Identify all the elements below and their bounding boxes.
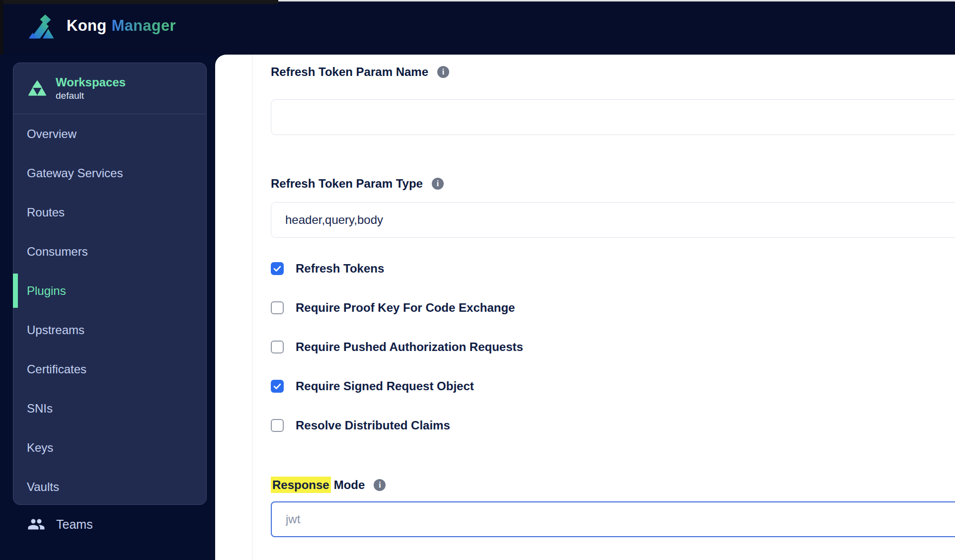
checkbox-label: Require Proof Key For Code Exchange: [296, 301, 515, 315]
brand-title: KongManager: [67, 17, 176, 35]
checkbox-row-refresh-tokens[interactable]: Refresh Tokens: [271, 262, 955, 275]
require-pushed-auth-checkbox[interactable]: [271, 341, 284, 353]
sidebar-item-gateway-services[interactable]: Gateway Services: [13, 153, 206, 193]
info-icon[interactable]: i: [374, 479, 386, 491]
field-label-response-mode: ResponseMode i: [271, 478, 955, 492]
brand-link[interactable]: KongManager: [28, 13, 176, 39]
response-mode-label-highlight: Response: [271, 477, 331, 493]
main-content: Refresh Token Param Name i Refresh Token…: [215, 55, 955, 560]
sidebar-item-consumers[interactable]: Consumers: [13, 232, 206, 271]
sidebar-nav-items: Overview Gateway Services Routes Consume…: [13, 114, 206, 506]
field-label-refresh-token-param-type: Refresh Token Param Type i: [271, 176, 955, 191]
sidebar-item-teams[interactable]: Teams: [27, 515, 93, 533]
refresh-token-param-name-input[interactable]: [271, 99, 955, 135]
info-icon[interactable]: i: [432, 178, 444, 190]
checkbox-label: Refresh Tokens: [296, 262, 384, 276]
refresh-token-param-type-input[interactable]: [271, 202, 955, 238]
workspaces-label: Workspaces: [56, 76, 126, 88]
workspace-name: default: [56, 91, 126, 100]
people-icon: [27, 515, 45, 533]
brand-manager: Manager: [111, 17, 176, 34]
checkbox-label: Require Pushed Authorization Requests: [296, 340, 523, 354]
info-icon[interactable]: i: [437, 66, 449, 78]
check-icon: [273, 264, 282, 273]
plugin-config-form: Refresh Token Param Name i Refresh Token…: [271, 55, 955, 537]
response-mode-label-rest: Mode: [334, 478, 365, 491]
refresh-token-param-type-label: Refresh Token Param Type: [271, 177, 423, 191]
sidebar-item-upstreams[interactable]: Upstreams: [13, 310, 206, 350]
require-proof-key-checkbox[interactable]: [271, 301, 284, 314]
kong-manager-window: KongManager Workspaces default Overvi: [0, 0, 955, 560]
kong-logo-icon: [28, 13, 56, 39]
checkbox-row-require-proof-key[interactable]: Require Proof Key For Code Exchange: [271, 301, 955, 314]
sidebar-item-overview[interactable]: Overview: [13, 114, 206, 153]
checkbox-row-resolve-distributed-claims[interactable]: Resolve Distributed Claims: [271, 419, 955, 432]
teams-label: Teams: [56, 517, 93, 532]
require-signed-request-checkbox[interactable]: [271, 380, 284, 393]
refresh-tokens-checkbox[interactable]: [271, 262, 284, 275]
field-label-refresh-token-param-name: Refresh Token Param Name i: [271, 65, 955, 79]
checkbox-label: Resolve Distributed Claims: [296, 419, 450, 432]
resolve-distributed-claims-checkbox[interactable]: [271, 419, 284, 432]
check-icon: [273, 382, 282, 391]
sidebar-item-plugins[interactable]: Plugins: [13, 271, 206, 310]
checkbox-label: Require Signed Request Object: [296, 379, 474, 393]
sidebar-item-snis[interactable]: SNIs: [13, 389, 206, 428]
sidebar: Workspaces default Overview Gateway Serv…: [0, 55, 215, 560]
window-top-corner: [0, 0, 278, 4]
checkbox-row-require-signed-request[interactable]: Require Signed Request Object: [271, 380, 955, 393]
refresh-token-param-name-label: Refresh Token Param Name: [271, 65, 428, 79]
brand-kong: Kong: [67, 17, 106, 34]
sidebar-item-vaults[interactable]: Vaults: [13, 467, 206, 506]
workspaces-icon: [28, 80, 47, 97]
workspace-selector[interactable]: Workspaces default: [13, 63, 206, 114]
checkbox-row-require-pushed-auth[interactable]: Require Pushed Authorization Requests: [271, 341, 955, 353]
sidebar-item-certificates[interactable]: Certificates: [13, 350, 206, 389]
response-mode-input[interactable]: [271, 501, 955, 537]
sidebar-item-keys[interactable]: Keys: [13, 428, 206, 467]
content-divider: [252, 55, 252, 560]
sidebar-item-routes[interactable]: Routes: [13, 193, 206, 232]
sidebar-nav-panel: Workspaces default Overview Gateway Serv…: [13, 63, 207, 505]
